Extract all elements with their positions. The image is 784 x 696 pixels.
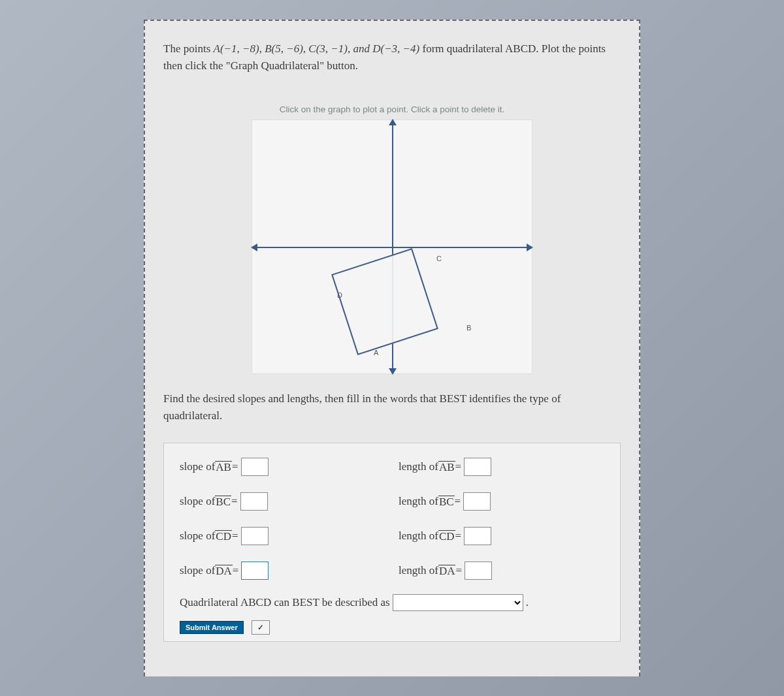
slope-da-label: slope of [180, 564, 215, 577]
arrow-left-icon [251, 244, 257, 251]
slope-cd-input[interactable] [241, 527, 269, 545]
point-label-b: B [466, 324, 471, 332]
segment-ab-2: AB [438, 461, 455, 474]
length-bc-input[interactable] [463, 492, 491, 511]
length-cd-row: length of CD = [399, 527, 604, 545]
eq: = [455, 495, 461, 508]
eq: = [455, 530, 462, 543]
arrow-down-icon [389, 368, 397, 375]
worksheet-container: The points A(−1, −8), B(5, −6), C(3, −1)… [144, 20, 640, 676]
graph-instruction: Click on the graph to plot a point. Clic… [163, 104, 621, 114]
slope-da-input[interactable] [241, 562, 269, 580]
slope-ab-input[interactable] [241, 458, 269, 476]
segment-cd: CD [215, 530, 232, 543]
point-label-d: D [337, 291, 342, 299]
coordinate-grid[interactable]: A B C D [252, 119, 532, 374]
length-da-row: length of DA = [399, 562, 604, 580]
arrow-right-icon [527, 244, 533, 251]
segment-cd-2: CD [438, 530, 455, 543]
arrow-up-icon [389, 119, 397, 125]
slope-bc-input[interactable] [240, 492, 268, 511]
classify-select[interactable] [393, 594, 523, 611]
submit-button[interactable]: Submit Answer [180, 621, 244, 634]
problem-intro: The points [163, 42, 214, 55]
eq: = [455, 564, 462, 577]
eq: = [231, 495, 238, 508]
task-statement: Find the desired slopes and lengths, the… [163, 390, 621, 425]
slope-ab-label: slope of [180, 460, 215, 473]
slope-bc-label: slope of [180, 495, 215, 508]
answer-panel: slope of AB = length of AB = slope of BC… [163, 443, 621, 642]
eq: = [232, 530, 238, 543]
point-label-a: A [374, 349, 378, 356]
length-cd-label: length of [399, 530, 438, 543]
length-da-input[interactable] [465, 562, 492, 580]
point-label-c: C [436, 255, 442, 262]
segment-ab: AB [215, 461, 232, 474]
classify-text: Quadrilateral ABCD can BEST be described… [180, 596, 390, 609]
eq: = [232, 460, 238, 473]
length-ab-label: length of [399, 460, 438, 473]
classify-period: . [526, 596, 529, 609]
problem-statement: The points A(−1, −8), B(5, −6), C(3, −1)… [163, 40, 621, 75]
segment-da: DA [215, 565, 233, 578]
length-da-label: length of [399, 564, 438, 577]
submit-row: Submit Answer ✓ [180, 620, 604, 635]
slope-bc-row: slope of BC = [180, 492, 385, 511]
slope-da-row: slope of DA = [180, 562, 385, 580]
segment-da-2: DA [438, 565, 456, 578]
check-button[interactable]: ✓ [252, 620, 270, 635]
length-bc-label: length of [399, 495, 438, 508]
length-cd-input[interactable] [464, 527, 491, 545]
field-grid: slope of AB = length of AB = slope of BC… [180, 458, 604, 580]
slope-cd-row: slope of CD = [180, 527, 385, 545]
segment-bc-2: BC [438, 496, 455, 509]
classify-row: Quadrilateral ABCD can BEST be described… [180, 594, 604, 611]
eq: = [233, 564, 239, 577]
segment-bc: BC [215, 496, 231, 509]
eq: = [455, 460, 462, 473]
slope-ab-row: slope of AB = [180, 458, 385, 476]
length-bc-row: length of BC = [399, 492, 604, 511]
length-ab-row: length of AB = [399, 458, 604, 476]
quadrilateral-shape [331, 248, 438, 355]
problem-points: A(−1, −8), B(5, −6), C(3, −1), and D(−3,… [214, 42, 420, 55]
length-ab-input[interactable] [464, 458, 491, 476]
slope-cd-label: slope of [180, 530, 215, 543]
